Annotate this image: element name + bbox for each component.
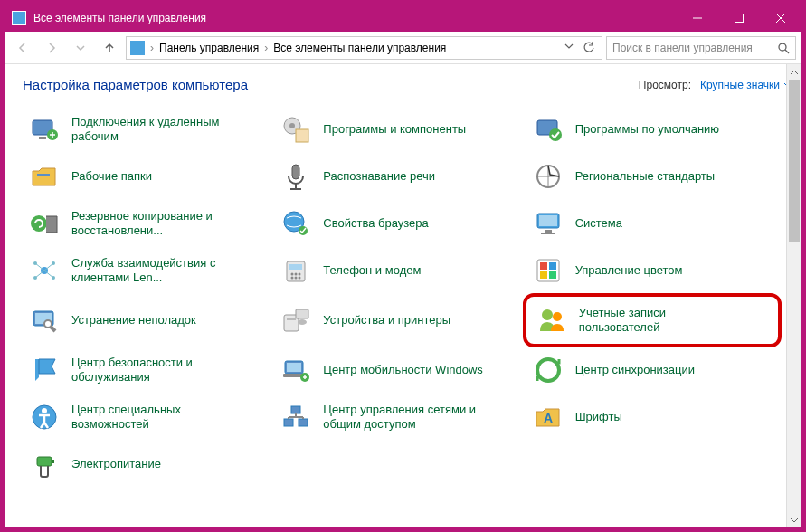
cpl-item-security[interactable]: Центр безопасности и обслуживания — [23, 349, 274, 391]
cpl-item-region[interactable]: Региональные стандарты — [526, 156, 778, 197]
search-icon[interactable] — [777, 42, 790, 54]
svg-rect-36 — [289, 264, 302, 270]
item-label: Центр мобильности Windows — [323, 363, 483, 377]
svg-rect-52 — [287, 318, 296, 320]
svg-rect-53 — [296, 309, 308, 318]
main-panel: Настройка параметров компьютера Просмотр… — [23, 77, 791, 518]
up-button[interactable] — [97, 35, 122, 61]
cpl-item-phone[interactable]: Телефон и модем — [274, 250, 526, 291]
item-label: Распознавание речи — [323, 169, 435, 184]
item-label: Центр специальных возможностей — [71, 403, 234, 432]
recent-button[interactable] — [68, 35, 93, 61]
cpl-item-programs[interactable]: Программы и компоненты — [274, 109, 526, 150]
svg-rect-11 — [296, 129, 308, 142]
cpl-item-remote-desktop[interactable]: Подключения к удаленным рабочим — [23, 109, 274, 150]
svg-point-10 — [289, 123, 295, 128]
svg-rect-1 — [735, 14, 744, 23]
view-value-dropdown[interactable]: Крупные значки — [700, 79, 791, 91]
cpl-item-mobility[interactable]: Центр мобильности Windows — [274, 349, 526, 391]
scroll-down-button[interactable] — [787, 512, 801, 527]
programs-icon — [278, 111, 314, 147]
sync-icon — [530, 352, 566, 388]
item-label: Учетные записи пользователей — [579, 306, 742, 336]
cpl-item-lenovo[interactable]: Служба взаимодействия с клиентами Len... — [23, 250, 274, 291]
cpl-item-ease[interactable]: Центр специальных возможностей — [23, 396, 274, 438]
svg-rect-24 — [545, 230, 552, 233]
item-label: Программы по умолчанию — [575, 122, 719, 137]
security-icon — [26, 352, 62, 388]
svg-rect-15 — [292, 165, 299, 179]
window-frame: Все элементы панели управления › Панель … — [0, 0, 806, 532]
page-title: Настройка параметров компьютера — [23, 77, 248, 92]
svg-point-13 — [549, 128, 562, 141]
cpl-item-fonts[interactable]: AШрифты — [526, 396, 778, 438]
backup-icon — [26, 205, 62, 242]
mobility-icon — [278, 352, 314, 388]
maximize-button[interactable] — [718, 5, 760, 32]
svg-rect-45 — [549, 262, 556, 270]
scroll-up-button[interactable] — [787, 64, 801, 80]
cpl-item-color[interactable]: Управление цветом — [526, 250, 778, 291]
cpl-item-power[interactable]: Электропитание — [23, 443, 274, 485]
svg-rect-23 — [539, 215, 557, 226]
svg-point-37 — [291, 273, 294, 276]
svg-rect-14 — [37, 174, 50, 176]
svg-rect-66 — [291, 406, 300, 413]
item-label: Служба взаимодействия с клиентами Len... — [71, 256, 234, 286]
phone-icon — [278, 252, 314, 289]
svg-point-19 — [31, 215, 47, 232]
history-dropdown-button[interactable] — [560, 42, 578, 51]
scroll-thumb[interactable] — [789, 80, 800, 242]
cpl-item-devices[interactable]: Устройства и принтеры — [274, 297, 526, 344]
svg-rect-65 — [299, 419, 308, 426]
breadcrumb-root[interactable]: Панель управления — [156, 37, 262, 59]
address-field[interactable]: › Панель управления › Все элементы панел… — [126, 36, 602, 60]
refresh-button[interactable] — [580, 42, 598, 54]
svg-rect-46 — [540, 271, 547, 279]
svg-rect-47 — [549, 271, 556, 279]
chevron-right-icon[interactable]: › — [262, 42, 270, 54]
cpl-item-internet[interactable]: Свойства браузера — [274, 203, 526, 244]
svg-line-33 — [35, 271, 44, 278]
svg-rect-44 — [540, 262, 547, 270]
svg-point-41 — [295, 277, 298, 280]
item-label: Электропитание — [71, 457, 161, 471]
cpl-item-backup[interactable]: Резервное копирование и восстановлени... — [23, 203, 274, 244]
cpl-item-speech[interactable]: Распознавание речи — [274, 156, 526, 197]
cpl-item-system[interactable]: Система — [526, 203, 778, 244]
cpl-item-work-folders[interactable]: Рабочие папки — [23, 156, 274, 197]
address-bar: › Панель управления › Все элементы панел… — [5, 32, 801, 64]
svg-line-5 — [785, 50, 789, 53]
fonts-icon: A — [530, 399, 566, 435]
svg-point-42 — [299, 277, 301, 280]
heading-row: Настройка параметров компьютера Просмотр… — [23, 77, 791, 92]
item-label: Рабочие папки — [71, 169, 152, 184]
chevron-right-icon[interactable]: › — [148, 42, 156, 54]
view-selector: Просмотр: Крупные значки — [639, 79, 791, 91]
item-label: Система — [575, 216, 622, 231]
item-label: Подключения к удаленным рабочим — [71, 115, 234, 145]
svg-rect-25 — [541, 233, 555, 234]
cpl-item-network[interactable]: Центр управления сетями и общим доступом — [274, 396, 526, 438]
breadcrumb-current[interactable]: Все элементы панели управления — [270, 37, 450, 59]
back-button[interactable] — [10, 35, 35, 61]
item-label: Свойства браузера — [323, 216, 428, 231]
search-input[interactable]: Поиск в панели управления — [606, 36, 796, 60]
view-value: Крупные значки — [700, 79, 780, 91]
forward-button[interactable] — [39, 35, 64, 61]
window-title: Все элементы панели управления — [33, 12, 677, 24]
minimize-button[interactable] — [677, 5, 718, 32]
cpl-item-defaults[interactable]: Программы по умолчанию — [526, 109, 778, 150]
vertical-scrollbar[interactable] — [786, 64, 801, 527]
titlebar[interactable]: Все элементы панели управления — [5, 5, 801, 32]
cpl-item-users[interactable]: Учетные записи пользователей — [523, 293, 782, 347]
location-icon — [130, 41, 145, 55]
devices-icon — [278, 302, 314, 338]
svg-line-32 — [44, 263, 53, 271]
cpl-item-sync[interactable]: Центр синхронизации — [526, 349, 778, 391]
svg-point-4 — [779, 43, 786, 51]
cpl-item-troubleshoot[interactable]: Устранение неполадок — [23, 297, 274, 344]
speech-icon — [278, 158, 314, 195]
close-button[interactable] — [760, 5, 801, 32]
svg-point-40 — [291, 277, 294, 280]
